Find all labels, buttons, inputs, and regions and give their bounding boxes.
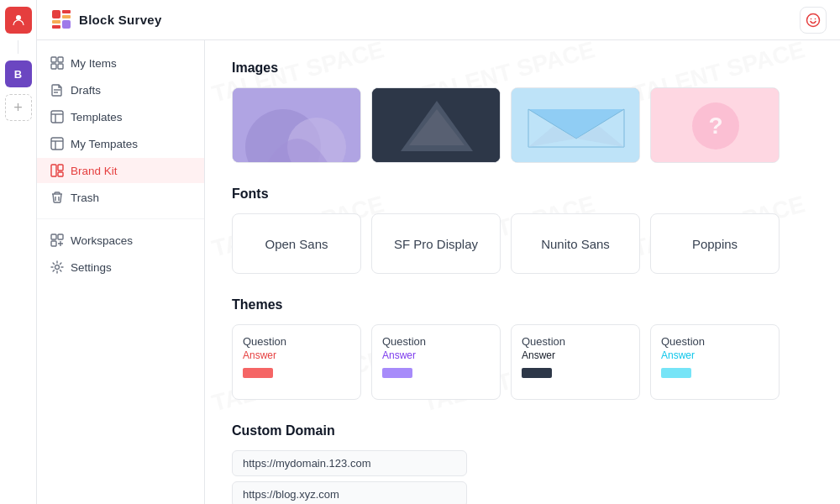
svg-text:?: ? xyxy=(708,113,722,139)
image-2-svg xyxy=(372,88,501,163)
svg-rect-26 xyxy=(58,234,63,239)
workspaces-icon xyxy=(50,234,64,247)
sidebar-item-trash[interactable]: Trash xyxy=(37,185,204,210)
theme-card-1[interactable]: Question Answer xyxy=(232,324,361,400)
svg-rect-6 xyxy=(62,20,71,29)
svg-rect-27 xyxy=(51,241,56,246)
svg-rect-4 xyxy=(52,20,60,24)
svg-rect-16 xyxy=(51,111,63,123)
svg-rect-22 xyxy=(51,165,56,176)
svg-rect-10 xyxy=(51,57,56,62)
font-card-nunito[interactable]: Nunito Sans xyxy=(511,213,640,274)
images-cards-row: ? xyxy=(232,87,813,163)
smile-button[interactable] xyxy=(800,7,827,34)
custom-domain-title: Custom Domain xyxy=(232,423,813,438)
image-card-1[interactable] xyxy=(232,87,361,163)
sidebar-item-label: Drafts xyxy=(71,84,101,97)
logo: Block Survey xyxy=(50,8,162,32)
sidebar-item-label: Settings xyxy=(71,261,112,274)
svg-rect-24 xyxy=(58,172,63,176)
image-card-4[interactable]: ? xyxy=(650,87,780,163)
settings-icon xyxy=(50,260,64,274)
domain-input-2[interactable] xyxy=(232,481,467,504)
svg-point-9 xyxy=(815,18,816,19)
svg-rect-25 xyxy=(51,234,56,239)
svg-rect-2 xyxy=(62,10,71,13)
theme-color-3 xyxy=(522,368,552,378)
sidebar-item-label: Trash xyxy=(71,192,99,204)
svg-rect-1 xyxy=(52,10,60,18)
fonts-section: Fonts Open Sans SF Pro Display Nunito Sa… xyxy=(232,186,813,274)
image-card-2[interactable] xyxy=(371,87,501,163)
svg-rect-5 xyxy=(52,25,60,29)
sidebar: My Items Drafts xyxy=(37,40,205,504)
font-card-open-sans[interactable]: Open Sans xyxy=(232,213,361,274)
header-bar: Block Survey xyxy=(37,0,840,40)
image-1-svg xyxy=(233,88,361,163)
sidebar-item-my-templates[interactable]: My Tempates xyxy=(37,131,204,156)
sidebar-item-brand-kit[interactable]: Brand Kit xyxy=(37,158,204,183)
trash-icon xyxy=(50,191,64,204)
svg-rect-3 xyxy=(62,15,71,18)
sidebar-item-settings[interactable]: Settings xyxy=(37,255,204,280)
themes-section: Themes Question Answer Question Answer xyxy=(232,297,813,400)
file-icon xyxy=(50,83,64,97)
theme-color-4 xyxy=(661,368,691,378)
svg-rect-19 xyxy=(51,138,63,150)
font-card-poppins[interactable]: Poppins xyxy=(650,213,780,274)
domain-input-1[interactable] xyxy=(232,450,467,476)
brand-icon xyxy=(50,164,64,177)
sidebar-item-workspaces[interactable]: Workspaces xyxy=(37,228,204,253)
svg-rect-23 xyxy=(58,165,63,171)
sidebar-item-label: Templates xyxy=(71,111,123,123)
fonts-cards-row: Open Sans SF Pro Display Nunito Sans Pop… xyxy=(232,213,813,274)
theme-card-2[interactable]: Question Answer xyxy=(371,324,501,400)
svg-point-8 xyxy=(811,18,812,19)
image-3-svg xyxy=(512,88,640,163)
image-card-3[interactable] xyxy=(511,87,640,163)
main-content: TALENT SPACE TALENT SPACE TALENT SPACE T… xyxy=(205,40,840,504)
themes-cards-row: Question Answer Question Answer Question… xyxy=(232,324,813,400)
themes-title: Themes xyxy=(232,297,813,312)
fonts-title: Fonts xyxy=(232,186,813,202)
template-icon xyxy=(50,110,64,123)
svg-point-0 xyxy=(16,15,21,20)
theme-color-2 xyxy=(382,368,412,378)
theme-card-4[interactable]: Question Answer xyxy=(650,324,780,400)
images-section: Images xyxy=(232,60,813,163)
sidebar-item-label: Workspaces xyxy=(71,234,133,247)
add-workspace-button[interactable]: + xyxy=(5,94,32,121)
svg-rect-13 xyxy=(58,64,63,69)
font-card-sf-pro[interactable]: SF Pro Display xyxy=(371,213,501,274)
custom-domain-section: Custom Domain xyxy=(232,423,813,504)
svg-rect-12 xyxy=(51,64,56,69)
sidebar-item-label: My Items xyxy=(71,57,117,70)
images-title: Images xyxy=(232,60,813,76)
sidebar-item-label: Brand Kit xyxy=(71,165,118,177)
theme-card-3[interactable]: Question Answer xyxy=(511,324,640,400)
svg-rect-11 xyxy=(58,57,63,62)
my-template-icon xyxy=(50,137,64,150)
icon-bar: B + xyxy=(0,0,37,504)
svg-point-28 xyxy=(55,265,60,270)
grid-icon xyxy=(50,56,64,70)
sidebar-item-drafts[interactable]: Drafts xyxy=(37,77,204,102)
image-4-svg: ? xyxy=(651,88,780,163)
sidebar-item-label: My Tempates xyxy=(71,138,138,150)
content-area: My Items Drafts xyxy=(37,40,840,504)
app-wrapper: B + Block Survey xyxy=(0,0,840,504)
workspace-avatar[interactable]: B xyxy=(5,60,32,87)
sidebar-item-templates[interactable]: Templates xyxy=(37,104,204,129)
logo-text: Block Survey xyxy=(79,13,162,27)
sidebar-item-my-items[interactable]: My Items xyxy=(37,50,204,76)
logo-icon xyxy=(50,8,74,32)
sidebar-divider xyxy=(37,218,204,219)
theme-color-1 xyxy=(243,368,273,378)
user-avatar[interactable] xyxy=(5,7,32,34)
svg-point-7 xyxy=(807,13,820,26)
